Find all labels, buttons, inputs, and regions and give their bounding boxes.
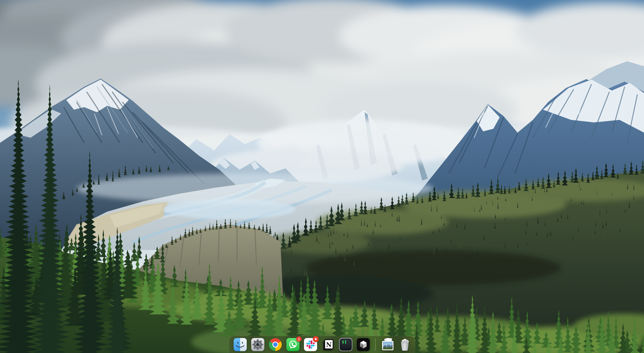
cursor-cube-icon <box>357 338 370 351</box>
whatsapp-badge: 1 <box>296 336 302 342</box>
notion-icon: N <box>321 338 335 351</box>
dock-item-system-settings[interactable] <box>251 338 265 351</box>
desktop: 1 <box>0 0 644 353</box>
slack-badge <box>313 336 319 342</box>
dock-item-whatsapp[interactable]: 1 <box>286 338 300 351</box>
finder-icon <box>234 338 247 351</box>
dock-item-downloads-stack[interactable] <box>380 338 395 351</box>
gear-icon <box>251 338 264 351</box>
notion-glyph: N <box>326 341 332 348</box>
dock-item-cursor[interactable] <box>356 338 370 351</box>
trash-full-icon <box>399 338 410 351</box>
terminal-icon: $ <box>339 338 352 351</box>
wallpaper <box>0 0 644 353</box>
dock-separator <box>375 338 376 351</box>
dock-item-finder[interactable] <box>233 338 247 351</box>
slack-unread-dot <box>315 338 317 340</box>
dock-item-terminal[interactable]: $ <box>339 338 353 351</box>
chrome-icon <box>269 338 282 351</box>
dock-item-chrome[interactable] <box>268 338 282 351</box>
terminal-prompt: $ <box>342 340 344 344</box>
chrome-core <box>273 343 278 347</box>
terminal-cursor <box>345 340 346 344</box>
dock-item-trash[interactable] <box>399 338 411 351</box>
dock-item-notion[interactable]: N <box>321 338 335 351</box>
photo-stack-icon <box>380 338 395 351</box>
dock: 1 <box>229 336 415 353</box>
dock-item-slack[interactable] <box>304 338 317 351</box>
